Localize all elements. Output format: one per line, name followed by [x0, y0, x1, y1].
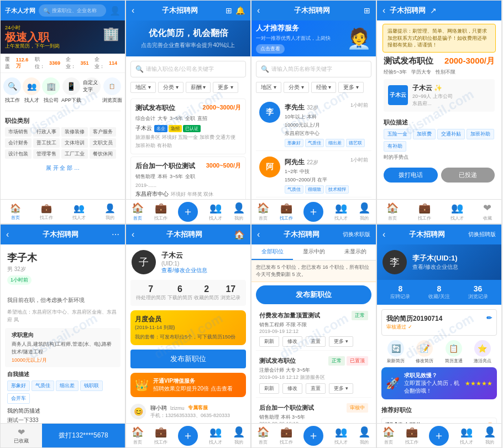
p6-edit-link[interactable]: 查看/修改企业信息 — [161, 267, 245, 274]
p4-call-button[interactable]: 拨打电话 — [384, 168, 438, 183]
p2-bell-icon[interactable]: 🔔 — [235, 6, 245, 15]
p4-nav-work[interactable]: 💼 找工作 — [418, 202, 431, 221]
p6-home-icon[interactable]: 🏠 — [234, 230, 245, 240]
p6-nav-me[interactable]: 👤 我的 — [233, 426, 245, 445]
p8-resume-card[interactable]: 我的简历20190714 ✏ 审核通过 ✓ — [381, 309, 497, 336]
p3-filter-location[interactable]: 地区 ▾ — [256, 82, 281, 93]
p4-back-icon[interactable]: ‹ — [383, 6, 385, 15]
p8-nav-work[interactable]: 💼找工作 — [405, 426, 418, 445]
p6-nav-talent[interactable]: 👥 找人才 — [209, 426, 222, 445]
p7-job1-edit[interactable]: 修改 — [282, 336, 302, 347]
p1-expand-btn[interactable]: 展 开 全 部 … — [5, 162, 120, 172]
p2-filter-location[interactable]: 地区 ▾ — [130, 82, 156, 93]
p8-nav-me[interactable]: 👤我的 — [484, 426, 496, 445]
p7-nav-work[interactable]: 💼找工作 — [280, 426, 293, 445]
p2-banner-sub[interactable]: 点击完善企业查看审率会提升40%以上 — [141, 41, 235, 49]
p1-nav-me[interactable]: 👤 我的 — [104, 203, 116, 221]
p2-nav-plus[interactable]: ＋ — [178, 202, 198, 222]
p1-nav-find-job[interactable]: 🔍 找工作 — [3, 77, 21, 104]
cat-food[interactable]: 餐饮休闲 — [90, 149, 116, 159]
p6-nav-work[interactable]: 💼 找工作 — [154, 426, 167, 445]
p2-filter-salary[interactable]: 薪酬 ▾ — [186, 82, 211, 93]
cat-decoration[interactable]: 装修装修 — [61, 127, 88, 137]
p7-job1-refresh[interactable]: 刷新 — [259, 336, 279, 347]
cat-finance[interactable]: 会计财务 — [5, 138, 32, 148]
p7-tab-all[interactable]: 全部职位 — [252, 244, 293, 260]
cat-design[interactable]: 设计包装 — [5, 149, 32, 159]
cat-factory[interactable]: 工厂工业 — [61, 149, 88, 159]
p6-publish-button[interactable]: 发布新职位 — [130, 350, 246, 368]
p7-job2-more[interactable]: 更多 ▾ — [329, 383, 353, 394]
p1-nav-find-talent[interactable]: 👥 找人才 — [23, 77, 40, 104]
p1-nav-custom-text[interactable]: 自定义文字 — [83, 77, 101, 104]
p5-more-icon[interactable]: ⋯ — [112, 230, 119, 239]
p7-job-item-2[interactable]: 测试发布职位 正常 已置顶 注册会计师 大专 3~5年 2019-09-18 1… — [256, 353, 371, 398]
p7-job-item-1[interactable]: 付费发布加量顶置测试 正常 销售工程师 不限 不限 2019-09-19 12:… — [256, 308, 371, 351]
cat-market-sales[interactable]: 市场销售 — [5, 127, 32, 137]
p3-grid-icon[interactable]: ⊞ — [364, 6, 370, 15]
p3-filter-exp[interactable]: 经验 ▾ — [311, 82, 337, 93]
p2-nav-talent[interactable]: 👥 找人才 — [209, 202, 222, 221]
p4-company-section[interactable]: 子木云 子木云 ✨ 20~99人 上市公司 东昌府... — [384, 79, 495, 112]
p1-nav-app-download[interactable]: 📱 APP下载 — [61, 77, 81, 104]
p8-action-edit[interactable]: 📝 修改简历 — [416, 340, 433, 364]
p4-nav-collect[interactable]: ❤ 收藏 — [483, 202, 492, 221]
p8-action-refresh[interactable]: 🔄 刷新简历 — [387, 340, 405, 364]
p2-search-box[interactable]: 🔍 请输入职位名/公司名关键字 — [130, 61, 246, 77]
p3-banner-btn[interactable]: 点击查看 — [256, 44, 285, 54]
p7-back-icon[interactable]: ‹ — [257, 230, 260, 239]
p8-nav-home[interactable]: 🏠首页 — [383, 426, 395, 445]
p2-filter-more[interactable]: 更多 ▾ — [213, 82, 238, 93]
p7-switch-btn[interactable]: 切换求职版 — [343, 231, 370, 238]
p8-promo-banner[interactable]: 🚀 求职见效慢？ 立即置顶个人简历，机会翻倍哦！ ★★★★★ — [381, 367, 497, 399]
cat-manage[interactable]: 管理零售 — [33, 149, 60, 159]
p2-filter-category[interactable]: 分类 ▾ — [158, 82, 184, 93]
p3-nav-me[interactable]: 👤 我的 — [358, 202, 370, 221]
p1-nav-resume-browse[interactable]: 📋 浏览页面 — [102, 77, 122, 104]
p6-nav-plus[interactable]: ＋ — [178, 426, 198, 446]
p7-job2-top[interactable]: 直置 — [306, 383, 326, 394]
p5-back-icon[interactable]: ‹ — [6, 230, 9, 239]
p4-applied-button[interactable]: 已投递 — [441, 168, 495, 183]
p7-nav-talent[interactable]: 👥找人才 — [334, 426, 348, 445]
p1-nav-home[interactable]: 🏠 首页 — [10, 203, 21, 221]
p2-job-card-1[interactable]: 测试发布职位 2000~3000/月 综合会计 大专 3~5年 全职 直招 子木… — [130, 98, 246, 154]
p1-search-bar[interactable]: 🔍 搜索职位、企业名称 — [39, 4, 106, 17]
p6-vip-banner[interactable]: 👑 开通VIP增值服务 招聘效果立即提升20倍 点击查看 — [130, 373, 246, 397]
p3-nav-home[interactable]: 🏠 首页 — [257, 202, 269, 221]
cat-clerk[interactable]: 文职文员 — [90, 138, 116, 148]
p8-switch-btn[interactable]: 切换招聘版 — [468, 231, 496, 238]
p3-back-icon[interactable]: ‹ — [257, 6, 260, 15]
p4-nav-talent[interactable]: 👥 找人才 — [450, 202, 464, 221]
cat-admin-hr[interactable]: 行政人事 — [33, 127, 60, 137]
p1-nav-talent[interactable]: 👥 找人才 — [72, 203, 86, 221]
p7-tab-showing[interactable]: 显示中的 — [293, 244, 334, 260]
p3-nav-work[interactable]: 💼 找工作 — [280, 202, 293, 221]
p7-publish-button[interactable]: 发布新职位 — [256, 285, 371, 304]
p3-search-box[interactable]: 🔍 请输入简历名称等关键字 — [256, 61, 371, 77]
p7-job2-refresh[interactable]: 刷新 — [259, 383, 279, 394]
p3-person-card-2[interactable]: 阿 阿先生22岁 1小时前 1~2年 中技 1500~2000/月 在平 气质佳… — [256, 153, 371, 197]
p7-nav-plus[interactable]: ＋ — [303, 426, 323, 446]
p3-nav-talent[interactable]: 👥 找人才 — [334, 202, 348, 221]
p2-nav-home[interactable]: 🏠 首页 — [132, 202, 144, 221]
p2-back-icon[interactable]: ‹ — [132, 6, 134, 15]
p7-job1-more[interactable]: 更多 ▾ — [329, 336, 353, 347]
p7-job2-edit[interactable]: 修改 — [282, 383, 302, 394]
p7-nav-me[interactable]: 👤我的 — [358, 426, 370, 445]
p8-back-icon[interactable]: ‹ — [383, 230, 385, 239]
p7-tab-hidden[interactable]: 未显示的 — [334, 244, 376, 260]
p3-nav-plus[interactable]: ＋ — [303, 202, 323, 222]
p4-share-icon[interactable]: ↗ — [430, 6, 437, 15]
p7-job1-top[interactable]: 直置 — [306, 336, 326, 347]
p2-grid-icon[interactable]: ⊞ — [226, 6, 232, 15]
p4-nav-home[interactable]: 🏠 首页 — [386, 202, 399, 221]
cat-customer-service[interactable]: 客户服务 — [90, 127, 116, 137]
p8-resume-edit-icon[interactable]: ✏ — [486, 314, 492, 324]
p6-nav-home[interactable]: 🏠 首页 — [132, 426, 144, 445]
cat-culture[interactable]: 文体培训 — [61, 138, 88, 148]
p3-person-card-1[interactable]: 李 李先生32岁 1小时前 10年以上 本科 10000元以上/月 东昌府区市中… — [256, 98, 371, 151]
p5-call-button[interactable]: 拨打132****5678 — [42, 424, 125, 447]
p8-nav-plus[interactable]: ＋ — [429, 426, 449, 446]
p8-uid-sub[interactable]: 查看/修改企业信息 — [412, 263, 496, 271]
